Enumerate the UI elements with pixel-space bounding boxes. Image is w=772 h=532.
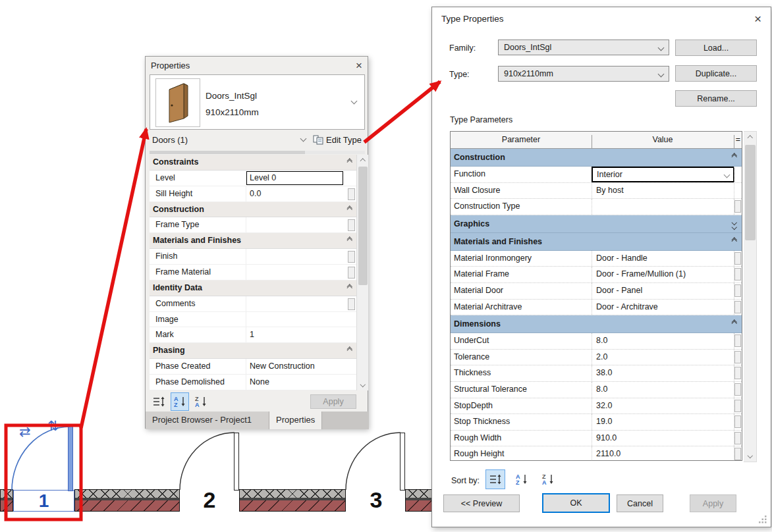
default-sort-icon[interactable] — [485, 469, 505, 489]
associate-param-button[interactable] — [348, 251, 355, 263]
apply-button[interactable]: Apply — [310, 394, 356, 409]
associate-param-button[interactable] — [734, 367, 741, 379]
selection-filter[interactable]: Doors (1) — [152, 135, 188, 145]
associate-param-button[interactable] — [348, 298, 355, 310]
ok-button[interactable]: OK — [542, 493, 610, 513]
apply-button[interactable]: Apply — [690, 494, 736, 512]
type-dropdown[interactable]: 910x2110mm — [498, 66, 669, 82]
chevron-down-icon[interactable] — [300, 136, 307, 142]
collapse-icon[interactable] — [348, 159, 352, 162]
dialog-titlebar[interactable]: Type Properties × — [432, 7, 771, 30]
door-2-panel[interactable] — [234, 433, 239, 491]
sort-row: Sort by: AZ ZA — [432, 469, 772, 493]
associate-param-button[interactable] — [734, 448, 741, 460]
svg-text:Z: Z — [174, 402, 178, 408]
type-selector[interactable]: Doors_IntSgl 910x2110mm — [150, 74, 365, 130]
associate-param-button[interactable] — [734, 400, 741, 412]
sort-ascending-icon[interactable]: AZ — [171, 392, 189, 411]
chevron-down-icon — [658, 70, 665, 77]
wall-segment[interactable] — [0, 489, 13, 512]
associate-param-button[interactable] — [348, 219, 355, 231]
properties-filter-icon[interactable] — [150, 392, 168, 411]
param-row-material-architrave: Material ArchitraveDoor - Architrave — [451, 300, 742, 316]
cancel-button[interactable]: Cancel — [617, 494, 663, 512]
load-button[interactable]: Load... — [675, 40, 757, 56]
vertical-scrollbar[interactable] — [744, 131, 757, 462]
chevron-down-icon — [658, 44, 665, 51]
door-1-panel-selected[interactable] — [68, 425, 73, 491]
associate-param-button[interactable] — [734, 351, 741, 363]
door-type-thumbnail — [155, 78, 200, 127]
section-constraints[interactable]: Constraints — [150, 155, 356, 171]
section-identity-data[interactable]: Identity Data — [150, 280, 356, 296]
collapse-icon[interactable] — [348, 348, 352, 350]
edit-type-button[interactable]: Edit Type — [326, 135, 362, 145]
associate-param-button[interactable] — [734, 252, 741, 265]
associate-param-button[interactable] — [734, 284, 741, 297]
collapse-icon[interactable] — [348, 285, 352, 288]
param-row-phase-created: Phase CreatedNew Construction — [150, 359, 356, 375]
family-dropdown[interactable]: Doors_IntSgl — [498, 40, 669, 55]
door-1-opening[interactable]: 1 — [13, 490, 74, 512]
type-label: Type: — [449, 70, 470, 79]
wall-segment[interactable] — [74, 489, 180, 512]
associate-param-button[interactable] — [348, 267, 355, 279]
associate-param-button[interactable] — [734, 200, 741, 213]
selector-type: 910x2110mm — [206, 105, 259, 121]
associate-param-button[interactable] — [734, 383, 741, 396]
close-icon[interactable]: × — [356, 60, 362, 71]
associate-param-button[interactable] — [734, 268, 741, 280]
vertical-scrollbar[interactable] — [356, 155, 368, 390]
sort-descending-icon[interactable]: ZA — [192, 392, 210, 411]
sort-ascending-icon[interactable]: AZ — [512, 469, 532, 489]
section-graphics[interactable]: Graphics — [451, 215, 742, 233]
rename-button[interactable]: Rename... — [675, 90, 757, 107]
preview-button[interactable]: << Preview — [443, 494, 520, 512]
associate-param-button[interactable] — [734, 415, 741, 428]
type-parameters-table: Parameter Value = Construction Function … — [450, 131, 742, 461]
arrow-to-type-dropdown — [364, 82, 440, 142]
param-row-function: Function Interior — [451, 167, 742, 183]
flip-horizontal-icon[interactable]: ⇄ — [19, 425, 31, 439]
svg-text:A: A — [542, 479, 547, 486]
close-icon[interactable]: × — [754, 13, 761, 25]
section-construction[interactable]: Construction — [150, 202, 356, 218]
wall-segment[interactable] — [239, 489, 346, 512]
duplicate-button[interactable]: Duplicate... — [675, 65, 757, 82]
arrow-to-properties-palette — [81, 129, 146, 428]
palette-titlebar[interactable]: Properties × — [146, 57, 368, 74]
param-row-stopdepth: StopDepth32.0 — [451, 398, 742, 415]
section-materials-finishes[interactable]: Materials and Finishes — [451, 233, 742, 251]
resize-grip[interactable] — [759, 516, 767, 523]
associate-param-button[interactable] — [734, 432, 741, 444]
associate-param-button[interactable] — [734, 334, 741, 347]
collapse-icon[interactable] — [348, 207, 352, 209]
section-dimensions[interactable]: Dimensions — [451, 315, 742, 333]
collapse-icon[interactable] — [732, 154, 736, 157]
door-3-panel[interactable] — [400, 433, 405, 491]
tab-project-browser[interactable]: Project Browser - Project1 — [146, 412, 269, 429]
section-materials[interactable]: Materials and Finishes — [150, 233, 356, 249]
section-construction[interactable]: Construction — [451, 149, 742, 167]
param-row-thickness: Thickness38.0 — [451, 365, 742, 382]
horizontal-scrollbar[interactable] — [150, 151, 365, 154]
associate-param-button[interactable] — [348, 188, 355, 200]
flip-vertical-icon[interactable]: ⇅ — [47, 419, 59, 433]
expand-icon[interactable] — [732, 221, 736, 230]
collapse-icon[interactable] — [348, 238, 352, 240]
section-phasing[interactable]: Phasing — [150, 343, 356, 359]
collapse-icon[interactable] — [732, 321, 736, 323]
chevron-down-icon[interactable] — [351, 98, 358, 105]
level-value-editbox[interactable]: Level 0 — [246, 171, 343, 185]
family-label: Family: — [449, 43, 476, 53]
associate-param-button[interactable] — [734, 301, 741, 313]
wall-segment[interactable] — [405, 489, 433, 512]
collapse-icon[interactable] — [732, 238, 736, 241]
sort-descending-icon[interactable]: ZA — [538, 469, 558, 489]
tab-properties[interactable]: Properties — [269, 412, 322, 429]
svg-text:Z: Z — [516, 479, 520, 486]
function-dropdown[interactable]: Interior — [592, 167, 734, 182]
param-row-material-ironmongery: Material IronmongeryDoor - Handle — [451, 251, 742, 267]
palette-toolbar: AZ ZA Apply — [146, 392, 369, 412]
type-parameters-label: Type Parameters — [450, 115, 512, 124]
